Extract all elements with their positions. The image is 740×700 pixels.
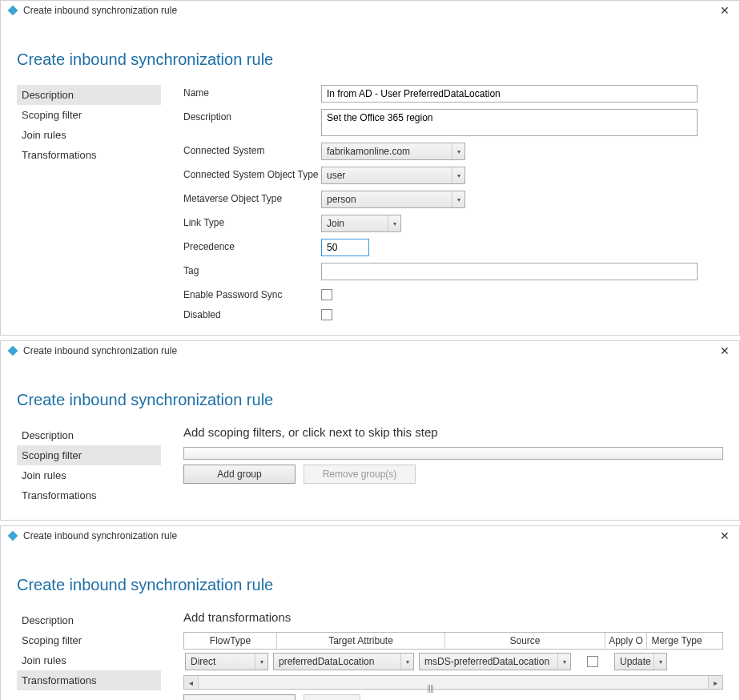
- target-attribute-select[interactable]: preferredDataLocation ▾: [273, 653, 414, 670]
- titlebar: Create inbound synchronization rule ✕: [1, 341, 739, 360]
- svg-marker-0: [8, 6, 18, 15]
- form-area: Name Description Set the Office 365 regi…: [183, 85, 723, 320]
- remove-button: Remove: [304, 694, 360, 700]
- wizard-sidebar: Description Scoping filter Join rules Tr…: [17, 610, 161, 700]
- horizontal-scrollbar[interactable]: ◂ ▸: [183, 675, 723, 690]
- label-connected-system: Connected System: [183, 143, 321, 156]
- app-icon: [7, 5, 18, 16]
- titlebar: Create inbound synchronization rule ✕: [1, 1, 739, 20]
- description-input[interactable]: Set the Office 365 region: [321, 109, 698, 136]
- window-title: Create inbound synchronization rule: [23, 5, 177, 16]
- col-apply: Apply O: [605, 633, 647, 649]
- close-icon[interactable]: ✕: [717, 4, 733, 17]
- chevron-down-icon: ▾: [654, 654, 666, 670]
- wizard-sidebar: Description Scoping filter Join rules Tr…: [17, 425, 161, 505]
- sidebar-item-description[interactable]: Description: [17, 85, 161, 105]
- window-title: Create inbound synchronization rule: [23, 345, 177, 356]
- page-title: Create inbound synchronization rule: [17, 50, 723, 69]
- label-mv-object-type: Metaverse Object Type: [183, 191, 321, 204]
- wizard-sidebar: Description Scoping filter Join rules Tr…: [17, 85, 161, 320]
- close-icon[interactable]: ✕: [717, 344, 733, 357]
- tag-input[interactable]: [321, 263, 698, 280]
- sidebar-item-join-rules[interactable]: Join rules: [17, 650, 161, 670]
- add-transformation-button[interactable]: Add transformation: [183, 694, 296, 700]
- col-source: Source: [445, 633, 605, 649]
- chevron-down-icon: ▾: [452, 143, 465, 159]
- chevron-down-icon: ▾: [400, 654, 413, 670]
- sidebar-item-scoping-filter[interactable]: Scoping filter: [17, 105, 161, 125]
- panel-description: Create inbound synchronization rule ✕ Cr…: [0, 0, 740, 336]
- label-disabled: Disabled: [183, 307, 321, 320]
- chevron-down-icon: ▾: [557, 654, 570, 670]
- scroll-left-icon[interactable]: ◂: [184, 676, 199, 689]
- sidebar-item-transformations[interactable]: Transformations: [17, 145, 161, 165]
- sidebar-item-scoping-filter[interactable]: Scoping filter: [17, 445, 161, 465]
- label-link-type: Link Type: [183, 215, 321, 228]
- apply-once-checkbox[interactable]: [587, 656, 598, 667]
- label-name: Name: [183, 85, 321, 99]
- transformation-row: Direct ▾ preferredDataLocation ▾ msDS-pr…: [183, 650, 723, 675]
- app-icon: [7, 345, 18, 356]
- group-bar[interactable]: [183, 447, 723, 460]
- sidebar-item-transformations[interactable]: Transformations: [17, 485, 161, 505]
- panel-scoping-filter: Create inbound synchronization rule ✕ Cr…: [0, 340, 740, 521]
- source-select[interactable]: msDS-preferredDataLocation ▾: [419, 653, 571, 670]
- flowtype-select[interactable]: Direct ▾: [185, 653, 268, 670]
- sidebar-item-description[interactable]: Description: [17, 425, 161, 445]
- panel-transformations: Create inbound synchronization rule ✕ Cr…: [0, 525, 740, 700]
- window-title: Create inbound synchronization rule: [23, 530, 177, 541]
- precedence-input[interactable]: [321, 239, 369, 256]
- chevron-down-icon: ▾: [452, 191, 465, 207]
- page-title: Create inbound synchronization rule: [17, 576, 723, 594]
- label-tag: Tag: [183, 263, 321, 276]
- col-merge: Merge Type: [647, 633, 706, 649]
- page-title: Create inbound synchronization rule: [17, 391, 723, 409]
- connected-system-select[interactable]: fabrikamonline.com ▾: [321, 143, 465, 160]
- cs-object-type-select[interactable]: user ▾: [321, 167, 465, 184]
- sidebar-item-join-rules[interactable]: Join rules: [17, 465, 161, 485]
- section-heading: Add transformations: [183, 610, 723, 624]
- chevron-down-icon: ▾: [388, 215, 400, 231]
- enable-password-sync-checkbox[interactable]: [321, 289, 332, 300]
- disabled-checkbox[interactable]: [321, 309, 332, 320]
- sidebar-item-join-rules[interactable]: Join rules: [17, 125, 161, 145]
- transformations-area: Add transformations FlowType Target Attr…: [183, 610, 723, 700]
- svg-marker-1: [8, 346, 18, 356]
- scroll-right-icon[interactable]: ▸: [708, 676, 722, 689]
- col-flowtype: FlowType: [184, 633, 277, 649]
- label-description: Description: [183, 109, 321, 123]
- label-enable-password-sync: Enable Password Sync: [183, 287, 321, 300]
- sidebar-item-scoping-filter[interactable]: Scoping filter: [17, 630, 161, 650]
- section-heading: Add scoping filters, or click next to sk…: [183, 425, 723, 439]
- label-cs-object-type: Connected System Object Type: [183, 167, 321, 180]
- scoping-area: Add scoping filters, or click next to sk…: [183, 425, 723, 505]
- svg-marker-2: [8, 531, 18, 541]
- sidebar-item-description[interactable]: Description: [17, 610, 161, 630]
- app-icon: [7, 530, 18, 541]
- chevron-down-icon: ▾: [255, 654, 267, 670]
- sidebar-item-transformations[interactable]: Transformations: [17, 670, 161, 690]
- link-type-select[interactable]: Join ▾: [321, 215, 401, 232]
- close-icon[interactable]: ✕: [717, 529, 733, 542]
- add-group-button[interactable]: Add group: [183, 465, 296, 484]
- label-precedence: Precedence: [183, 239, 321, 252]
- col-target: Target Attribute: [277, 633, 445, 649]
- titlebar: Create inbound synchronization rule ✕: [1, 526, 739, 545]
- merge-type-select[interactable]: Update ▾: [614, 653, 667, 670]
- chevron-down-icon: ▾: [452, 167, 465, 183]
- mv-object-type-select[interactable]: person ▾: [321, 191, 465, 208]
- remove-groups-button: Remove group(s): [304, 465, 416, 484]
- transformations-header: FlowType Target Attribute Source Apply O…: [183, 632, 723, 650]
- name-input[interactable]: [321, 85, 698, 103]
